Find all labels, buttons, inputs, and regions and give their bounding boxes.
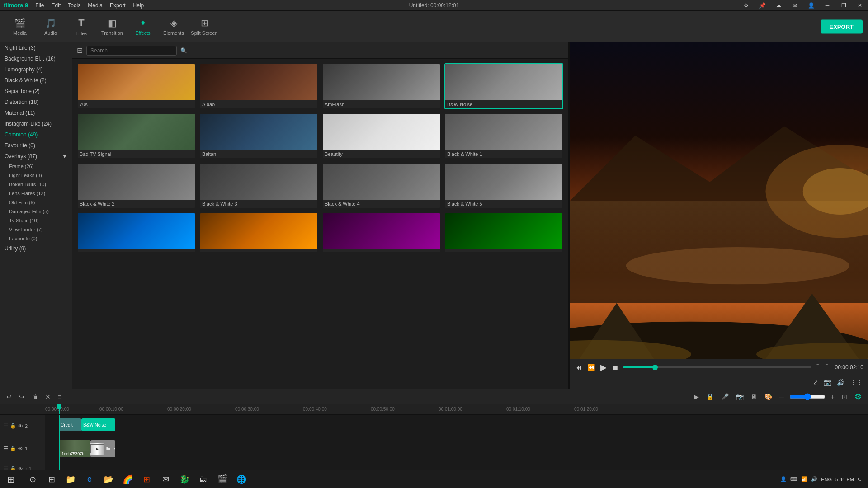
sidebar-sub-view-finder[interactable]: View Finder (7)	[0, 225, 72, 234]
snapshot-icon[interactable]: 📷	[823, 378, 832, 387]
network-icon[interactable]: 👤	[780, 476, 787, 482]
fullscreen-icon[interactable]: ⤢	[812, 378, 819, 387]
sidebar-item-sepia[interactable]: Sepia Tone (2)	[0, 86, 72, 97]
timeline-clip-video2[interactable]: ▶ the-elder-s...	[90, 440, 115, 457]
mail-icon[interactable]: ✉	[787, 0, 803, 11]
cloud-icon[interactable]: ☁	[770, 0, 787, 11]
effect-bw5[interactable]: Black & White 5	[444, 163, 563, 209]
track-1-lock[interactable]: 🔒	[10, 446, 16, 451]
zoom-out-icon[interactable]: ─	[778, 392, 786, 401]
zoom-in-icon[interactable]: +	[829, 392, 836, 401]
account-icon[interactable]: 👤	[803, 0, 819, 11]
fit-icon[interactable]: ⊡	[840, 392, 849, 401]
settings-icon[interactable]: ⚙	[738, 0, 754, 11]
effect-15[interactable]	[444, 212, 563, 253]
keyboard-icon[interactable]: ⌨	[790, 476, 797, 482]
timeline-clip-credit[interactable]: Credit	[59, 418, 81, 431]
sidebar-item-lomography[interactable]: Lomography (4)	[0, 64, 72, 75]
settings-wheel-icon[interactable]: ⚙	[853, 391, 863, 403]
cut-button[interactable]: ✕	[43, 392, 52, 401]
taskbar-photos[interactable]: 🌈	[118, 470, 137, 488]
taskbar-app1[interactable]: 🐉	[175, 470, 193, 488]
toolbar-effects[interactable]: ✦ Effects	[128, 13, 157, 40]
lock-icon[interactable]: 🔒	[704, 392, 716, 401]
toolbar-transition[interactable]: ◧ Transition	[98, 13, 127, 40]
timeline-clip-bwnoise[interactable]: B&W Noise	[81, 418, 115, 431]
properties-button[interactable]: ≡	[56, 392, 63, 401]
effect-13[interactable]	[199, 212, 318, 253]
menu-help[interactable]: Help	[133, 2, 144, 9]
toolbar-audio[interactable]: 🎵 Audio	[36, 13, 65, 40]
progress-bar[interactable]	[623, 366, 811, 368]
clock[interactable]: 5:44 PM	[835, 477, 854, 482]
toolbar-split-screen[interactable]: ⊞ Split Screen	[190, 13, 219, 40]
toolbar-elements[interactable]: ◈ Elements	[159, 13, 188, 40]
track-2-lock[interactable]: 🔒	[10, 423, 16, 429]
track-2-eye[interactable]: 👁	[18, 423, 23, 429]
taskbar-files[interactable]: 📂	[99, 470, 118, 488]
effect-beautify[interactable]: Beautify	[322, 113, 441, 159]
taskbar-mail[interactable]: ✉	[156, 470, 175, 488]
taskbar-start[interactable]: ⊞	[0, 470, 22, 488]
taskbar-task-view[interactable]: ⊞	[42, 470, 61, 488]
effect-amplash[interactable]: AmPlash	[322, 63, 441, 109]
sidebar-sub-bokeh[interactable]: Bokeh Blurs (10)	[0, 180, 72, 189]
taskbar-ie[interactable]: e	[80, 470, 99, 488]
settings-panel-icon[interactable]: ⋮⋮	[849, 378, 863, 387]
taskbar-explorer[interactable]: 📁	[61, 470, 80, 488]
menu-edit[interactable]: Edit	[52, 2, 61, 9]
sidebar-item-common[interactable]: Common (49)	[0, 129, 72, 140]
menu-file[interactable]: File	[35, 2, 44, 9]
undo-button[interactable]: ↩	[5, 392, 14, 401]
grid-toggle-icon[interactable]: ⊞	[77, 46, 83, 55]
restore-button[interactable]: ❐	[835, 0, 852, 11]
taskbar-office[interactable]: ⊞	[137, 470, 156, 488]
volume-taskbar-icon[interactable]: 🔊	[811, 476, 817, 482]
toolbar-media[interactable]: 🎬 Media	[5, 13, 34, 40]
menu-tools[interactable]: Tools	[68, 2, 80, 9]
wifi-icon[interactable]: 📶	[801, 476, 807, 482]
skip-back-button[interactable]: ⏮	[575, 363, 583, 372]
menu-export[interactable]: Export	[110, 2, 126, 9]
screen-record-icon[interactable]: 🖥	[749, 392, 759, 401]
toolbar-titles[interactable]: T Titles	[67, 13, 96, 40]
close-button[interactable]: ✕	[852, 0, 868, 11]
clip-end-mark[interactable]: ⌒	[824, 363, 830, 371]
minimize-button[interactable]: ─	[819, 0, 835, 11]
effect-70s[interactable]: 70s	[77, 63, 196, 109]
effect-bw4[interactable]: Black & White 4	[322, 163, 441, 209]
pin-icon[interactable]: 📌	[754, 0, 770, 11]
menu-media[interactable]: Media	[88, 2, 103, 9]
sidebar-item-material[interactable]: Material (11)	[0, 108, 72, 118]
notification-icon[interactable]: 🗨	[858, 477, 863, 482]
clip-start-mark[interactable]: ⌒	[815, 363, 821, 371]
sidebar-sub-frame[interactable]: Frame (26)	[0, 162, 72, 171]
stop-button[interactable]: ⏹	[611, 363, 619, 372]
effect-badtv[interactable]: Bad TV Signal	[77, 113, 196, 159]
sidebar-item-utility[interactable]: Utility (9)	[0, 243, 72, 254]
effect-baltan[interactable]: Baltan	[199, 113, 318, 159]
effect-bwnoise[interactable]: B&W Noise	[444, 63, 563, 109]
sidebar-sub-favourite[interactable]: Favourite (0)	[0, 234, 72, 243]
effect-12[interactable]	[77, 212, 196, 253]
delete-button[interactable]: 🗑	[30, 392, 40, 401]
track-1-eye[interactable]: 👁	[18, 446, 23, 451]
effect-bw1[interactable]: Black & White 1	[444, 113, 563, 159]
taskbar-search[interactable]: ⊙	[24, 470, 42, 488]
search-input[interactable]	[86, 46, 177, 56]
sidebar-sub-old-film[interactable]: Old Film (9)	[0, 198, 72, 207]
timeline-clip-video1[interactable]: 1eeb75307b...	[59, 440, 90, 457]
sidebar-item-favourite-main[interactable]: Favourite (0)	[0, 140, 72, 151]
sidebar-item-background-bl[interactable]: Background Bl... (16)	[0, 53, 72, 64]
sidebar-section-overlays[interactable]: Overlays (87) ▼	[0, 151, 72, 162]
sidebar-sub-damaged-film[interactable]: Damaged Film (5)	[0, 207, 72, 216]
search-icon[interactable]: 🔍	[180, 47, 187, 54]
redo-button[interactable]: ↪	[17, 392, 26, 401]
taskbar-chrome[interactable]: 🌐	[232, 470, 250, 488]
volume-icon[interactable]: 🔊	[836, 378, 845, 387]
zoom-slider[interactable]	[789, 393, 826, 400]
frame-back-button[interactable]: ⏪	[586, 363, 596, 372]
sidebar-sub-tv-static[interactable]: Tv Static (10)	[0, 216, 72, 225]
mic-icon[interactable]: 🎤	[719, 392, 731, 401]
sidebar-item-instagram[interactable]: Instagram-Like (24)	[0, 118, 72, 129]
